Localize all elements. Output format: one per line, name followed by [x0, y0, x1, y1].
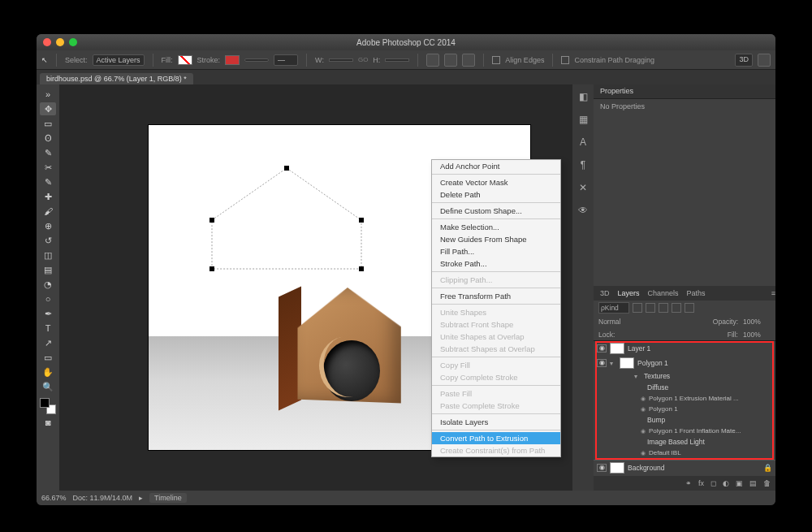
blur-tool[interactable]: ◔ [40, 278, 56, 291]
layer-row[interactable]: Diffuse [594, 382, 775, 393]
menu-item[interactable]: Stroke Path... [432, 257, 560, 270]
group-icon[interactable]: ▣ [736, 479, 743, 487]
dodge-tool[interactable]: ○ [40, 292, 56, 305]
lasso-tool[interactable]: ʘ [40, 132, 56, 145]
zoom-tool[interactable]: 🔍 [40, 380, 56, 393]
stroke-style-dropdown[interactable]: — [274, 54, 298, 66]
path-selection-tool[interactable]: ↗ [40, 336, 56, 349]
layer-row[interactable]: ◉Layer 1 [594, 341, 775, 356]
visibility-icon[interactable]: ◉ [641, 406, 646, 413]
menu-item[interactable]: Free Transform Path [432, 290, 560, 302]
layer-row[interactable]: Bump [594, 414, 775, 426]
filter-shape-icon[interactable] [672, 303, 681, 313]
menu-item[interactable]: Convert Path to Extrusion [432, 432, 560, 444]
visibility-icon[interactable]: ◉ [641, 428, 646, 435]
quick-mask-tool[interactable]: ◙ [40, 416, 56, 429]
type-tool[interactable]: T [40, 322, 56, 335]
disclosure-icon[interactable]: ▾ [634, 373, 641, 380]
stroke-swatch[interactable] [225, 55, 240, 65]
menu-item[interactable]: Add Anchor Point [432, 160, 560, 172]
hand-tool[interactable]: ✋ [40, 365, 56, 378]
eraser-tool[interactable]: ◫ [40, 249, 56, 262]
filter-type-icon[interactable] [659, 303, 668, 313]
layer-row[interactable]: ◉Polygon 1 [594, 404, 775, 414]
menu-item[interactable]: Define Custom Shape... [432, 205, 560, 217]
visibility-icon[interactable]: ◉ [597, 464, 607, 472]
layer-row[interactable]: ◉▾Polygon 1 [594, 356, 775, 370]
menu-item[interactable]: Make Selection... [432, 221, 560, 233]
path-bounding-box[interactable] [205, 162, 368, 275]
visibility-icon[interactable]: ◉ [641, 396, 646, 402]
adjustment-icon[interactable]: ◐ [723, 479, 729, 487]
height-field[interactable] [385, 58, 409, 62]
rectangle-tool[interactable]: ▭ [40, 351, 56, 364]
gradient-tool[interactable]: ▤ [40, 263, 56, 276]
menu-item[interactable]: Fill Path... [432, 245, 560, 257]
new-layer-icon[interactable]: ▤ [749, 479, 757, 487]
filter-adjust-icon[interactable] [646, 303, 655, 313]
layer-row[interactable]: ▾Textures [594, 370, 775, 382]
clone-stamp-tool[interactable]: ⊕ [40, 219, 56, 232]
fill-swatch[interactable] [178, 55, 192, 65]
search-icon[interactable] [758, 54, 771, 67]
filter-pixel-icon[interactable] [633, 303, 642, 313]
blend-mode-dropdown[interactable]: Normal [598, 318, 639, 326]
visibility-icon[interactable]: ◉ [641, 450, 646, 456]
select-mode-dropdown[interactable]: Active Layers [93, 54, 145, 66]
spot-healing-tool[interactable]: ✚ [40, 190, 56, 203]
layer-row[interactable]: Image Based Light [594, 436, 775, 448]
move-tool[interactable]: ✥ [40, 102, 56, 115]
layer-row[interactable]: ◉Default IBL [594, 448, 775, 458]
path-alignment-icon[interactable] [444, 54, 457, 67]
mask-icon[interactable]: ◻ [710, 479, 716, 487]
layer-row[interactable]: ◉Background🔒 [594, 460, 775, 475]
menu-item[interactable]: Delete Path [432, 188, 560, 201]
collapse-icon[interactable]: » [40, 88, 56, 101]
delete-layer-icon[interactable]: 🗑 [763, 479, 771, 487]
filter-kind-dropdown[interactable]: ρKind [598, 302, 629, 314]
constrain-checkbox[interactable] [561, 56, 569, 64]
link-dimensions-icon[interactable]: GO [358, 56, 368, 63]
menu-item[interactable]: New Guides From Shape [432, 233, 560, 245]
eyedropper-tool[interactable]: ✎ [40, 175, 56, 188]
width-field[interactable] [329, 58, 353, 62]
filter-smart-icon[interactable] [685, 303, 694, 313]
visibility-icon[interactable]: ◉ [597, 359, 607, 367]
layer-row[interactable]: ◉Polygon 1 Front Inflation Mate... [594, 426, 775, 436]
link-layers-icon[interactable]: ⚭ [685, 479, 692, 487]
colors-panel-icon[interactable]: ◧ [576, 89, 590, 104]
fill-field[interactable]: 100% [743, 331, 771, 339]
tab-paths[interactable]: Paths [687, 289, 706, 297]
character-panel-icon[interactable]: A [576, 135, 590, 149]
paragraph-panel-icon[interactable]: ¶ [576, 158, 590, 172]
rect-marquee-tool[interactable]: ▭ [40, 117, 56, 130]
timeline-tab[interactable]: Timeline [149, 493, 187, 503]
canvas-area[interactable]: Add Anchor PointCreate Vector MaskDelete… [59, 84, 572, 491]
visibility-icon[interactable]: ◉ [597, 344, 607, 353]
eye-panel-icon[interactable]: 👁 [576, 203, 590, 218]
document-tab[interactable]: birdhouse.psd @ 66.7% (Layer 1, RGB/8) * [40, 73, 193, 84]
tab-channels[interactable]: Channels [648, 289, 679, 297]
zoom-level[interactable]: 66.67% [41, 494, 67, 502]
panel-menu-icon[interactable]: ≡ [771, 289, 775, 297]
status-chevron-icon[interactable]: ▸ [139, 494, 143, 502]
quick-selection-tool[interactable]: ✎ [40, 146, 56, 159]
align-edges-checkbox[interactable] [492, 56, 500, 64]
fx-icon[interactable]: fx [698, 479, 704, 487]
workspace-3d-button[interactable]: 3D [735, 54, 753, 67]
crop-tool[interactable]: ✂ [40, 161, 56, 174]
stroke-width-dropdown[interactable] [244, 58, 269, 62]
path-operations-icon[interactable] [426, 54, 439, 67]
properties-tab[interactable]: Properties [594, 84, 775, 99]
brush-tool[interactable]: 🖌 [40, 205, 56, 218]
tab-layers[interactable]: Layers [618, 289, 640, 297]
layer-row[interactable]: ◉Polygon 1 Extrusion Material ... [594, 393, 775, 404]
fg-bg-swatch[interactable] [40, 398, 56, 414]
tab-3d[interactable]: 3D [600, 289, 610, 297]
history-brush-tool[interactable]: ↺ [40, 234, 56, 247]
swatches-panel-icon[interactable]: ▦ [576, 112, 590, 127]
opacity-field[interactable]: 100% [743, 318, 771, 326]
disclosure-icon[interactable]: ▾ [610, 360, 616, 367]
pen-tool[interactable]: ✒ [40, 307, 56, 320]
adjustments-panel-icon[interactable]: ✕ [576, 180, 590, 195]
